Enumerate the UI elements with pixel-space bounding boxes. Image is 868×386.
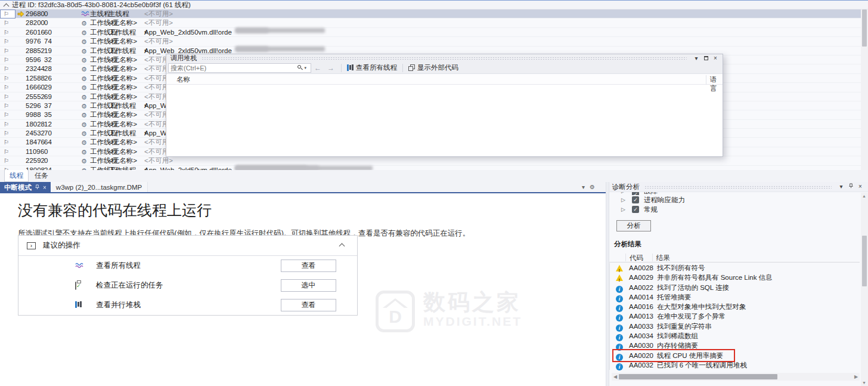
close-icon[interactable]: × [711, 55, 720, 62]
expand-icon[interactable]: ▾ [144, 166, 147, 170]
flag-icon[interactable]: ⚐ [4, 101, 9, 110]
call-stack-titlebar[interactable]: 调用堆栈 ▾ × [166, 54, 723, 62]
result-row[interactable]: iAA0016在大型对象堆中找到大型对象 [610, 302, 860, 311]
thread-id: 23244 [26, 64, 45, 73]
expand-icon[interactable]: ▾ [144, 47, 147, 55]
flag-icon[interactable]: ⚐ [4, 138, 9, 147]
diagnostics-titlebar[interactable]: 诊断分析 ▾ × [609, 182, 868, 192]
scroll-down-icon[interactable]: ▼ [862, 381, 866, 385]
scrollbar-thumb[interactable] [619, 374, 777, 379]
flag-icon[interactable]: ⚐ [4, 47, 9, 55]
thread-cpu: 0 [44, 10, 48, 18]
action-button[interactable]: 查看 [281, 299, 336, 311]
tab-list-dropdown-icon[interactable]: ▾ [582, 184, 585, 190]
search-dropdown-icon[interactable]: ▾ [304, 66, 306, 70]
flag-icon[interactable]: ⚐ [4, 28, 9, 37]
pin-icon[interactable] [846, 183, 855, 190]
thread-row[interactable]: ⚐2601660⚙工作线程工作线程▾App_Web_2xld50vm.dll!o… [0, 28, 861, 37]
result-row[interactable]: !AA0029并非所有符号都具有 Source Link 信息 [610, 273, 860, 282]
threads-vertical-scrollbar[interactable] [861, 10, 868, 170]
checkbox[interactable]: ✓ [632, 206, 639, 213]
flag-icon[interactable]: ⚐ [4, 92, 9, 101]
expand-icon[interactable]: ▾ [144, 129, 147, 138]
flag-icon[interactable]: ⚐ [4, 37, 9, 46]
expander-icon[interactable]: ▷ [621, 205, 625, 214]
checkbox[interactable]: ✓ [632, 196, 639, 203]
column-language[interactable]: 语言 [706, 75, 723, 85]
result-row[interactable]: iAA0014托管堆摘要 [610, 292, 860, 302]
thread-row[interactable]: ⚐225920⚙工作线程<无名称><不可用> [0, 156, 861, 165]
action-button[interactable]: 查看 [281, 260, 336, 272]
thread-row[interactable]: ⚐1800824⚙工作线程工作线程▾App_Web_2xld50vm.dll!o… [0, 166, 861, 170]
thread-row[interactable]: ⚐282000⚙工作线程<无名称><不可用> [0, 18, 861, 27]
result-text: 内存转储摘要 [657, 341, 698, 350]
flag-icon[interactable]: ⚐ [4, 166, 9, 170]
action-button[interactable]: 选中 [281, 279, 336, 292]
flag-icon[interactable]: ⚐ [4, 55, 9, 64]
thread-row[interactable]: ⚐997674⚙工作线程<无名称><不可用> [0, 37, 861, 46]
flag-icon[interactable]: ⚐ [4, 120, 9, 129]
analysis-option-row[interactable]: ▷✓进程响应能力 [609, 195, 868, 205]
result-row[interactable]: iAA0030内存转储摘要 [610, 341, 860, 350]
forward-arrow-icon[interactable]: → [327, 64, 334, 72]
search-box[interactable]: ▾ [168, 63, 311, 73]
result-row[interactable]: iAA0022找到了活动的 SQL 连接 [610, 283, 860, 292]
tab-threads[interactable]: 线程 [4, 170, 29, 182]
tab-tasks[interactable]: 任务 [30, 170, 53, 182]
flag-icon[interactable]: ⚐ [4, 147, 9, 156]
view-all-threads-button[interactable]: 查看所有线程 [347, 63, 397, 72]
flag-icon[interactable]: ⚐ [4, 18, 9, 27]
window-menu-icon[interactable]: ▾ [692, 55, 701, 62]
maximize-icon[interactable] [701, 55, 711, 62]
close-icon[interactable]: × [43, 184, 46, 191]
collapse-icon[interactable] [4, 4, 10, 10]
tab-dump-document[interactable]: w3wp (2)_20...taskgmr.DMP [51, 182, 148, 193]
expand-icon[interactable]: ▾ [144, 28, 147, 37]
tab-break-mode[interactable]: 中断模式 × [0, 182, 51, 193]
flag-icon[interactable]: ⚐ [4, 110, 9, 119]
window-menu-icon[interactable]: ▾ [836, 183, 846, 190]
process-header[interactable]: 进程 ID: f32dfc3a-80d5-43b0-8081-24cb5e0b9… [0, 1, 868, 10]
result-row[interactable]: iAA0013在堆中发现了多个异常 [610, 311, 860, 321]
scroll-left-icon[interactable]: ◀ [612, 374, 619, 379]
back-arrow-icon[interactable]: ← [314, 64, 321, 72]
scroll-right-icon[interactable]: ▶ [852, 374, 860, 379]
flag-icon[interactable]: ⚐ [4, 83, 9, 92]
thread-id: 16660 [26, 83, 45, 92]
flag-icon[interactable]: ⚐ [4, 129, 9, 138]
result-row[interactable]: iAA0032已找到 6 个唯一线程调用堆栈 [610, 360, 860, 370]
scroll-up-icon[interactable]: ▲ [862, 194, 866, 198]
scrollbar-thumb[interactable] [862, 10, 867, 47]
suggested-actions-header[interactable]: › 建议的操作 [18, 236, 357, 256]
diagnostics-vertical-scrollbar[interactable]: ▲ ▼ [861, 193, 868, 386]
flag-icon[interactable]: ⚐ [4, 156, 9, 165]
result-row[interactable]: !AA0028找不到所有符号 [610, 263, 860, 273]
column-code[interactable]: 代码 [630, 254, 643, 263]
results-horizontal-scrollbar[interactable]: ◀ ▶ [612, 373, 860, 381]
analyze-button[interactable]: 分析 [616, 220, 651, 231]
watermark-title: 数码之家 [423, 291, 522, 314]
thread-cpu: 69 [44, 92, 52, 101]
flag-icon[interactable]: ⚐ [4, 10, 9, 18]
call-stack-content[interactable] [166, 85, 723, 156]
result-row[interactable]: iAA0034找到稀疏数组 [610, 331, 860, 341]
show-external-code-button[interactable]: 显示外部代码 [408, 63, 458, 72]
analysis-option-row[interactable]: ▷✓常规 [609, 205, 868, 214]
flag-icon[interactable]: ⚐ [4, 74, 9, 83]
collapse-chevron-icon[interactable] [339, 243, 345, 249]
drag-grip[interactable] [644, 186, 832, 189]
thread-row[interactable]: ⚐296800主线程主线程<不可用> [0, 10, 861, 18]
column-result[interactable]: 结果 [656, 254, 670, 263]
result-row[interactable]: iAA0033找到重复的字符串 [610, 322, 860, 331]
column-name[interactable]: 名称 [176, 75, 190, 84]
options-gear-icon[interactable]: ⚙ [590, 184, 595, 190]
pin-icon[interactable] [35, 184, 40, 191]
scrollbar-thumb[interactable] [862, 236, 867, 286]
flag-icon[interactable]: ⚐ [4, 64, 9, 73]
drag-grip[interactable] [202, 57, 687, 60]
expand-icon[interactable]: ▾ [144, 101, 147, 110]
result-row[interactable]: iAA0020线程 CPU 使用率摘要 [610, 351, 860, 360]
close-icon[interactable]: × [855, 183, 865, 190]
search-input[interactable] [170, 64, 297, 72]
expander-icon[interactable]: ▷ [621, 195, 625, 205]
